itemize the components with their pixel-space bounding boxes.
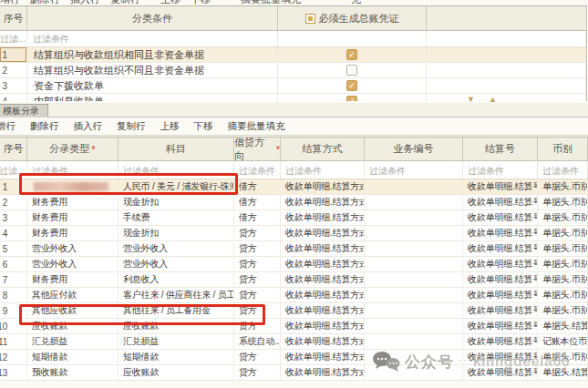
cell-direction[interactable]: 借方	[234, 179, 281, 194]
toolbar-button-insert-row[interactable]: 插入行	[74, 120, 103, 133]
select-all-checkbox-icon[interactable]	[305, 14, 315, 24]
cell-seq[interactable]: 3	[0, 210, 27, 225]
column-header-currency[interactable]: 币别	[538, 138, 588, 160]
cell-currency[interactable]: 单据头.币别	[538, 179, 588, 194]
cell-seq[interactable]: 12	[0, 350, 27, 364]
cell-seq[interactable]: 2	[0, 195, 27, 209]
filter-cell-settlement-method[interactable]: 过滤条件	[281, 161, 365, 179]
cell-seq[interactable]: 3	[0, 78, 27, 93]
filter-cell-must-generate[interactable]	[278, 31, 427, 46]
cell-seq[interactable]: 1	[0, 47, 27, 62]
cell-must-generate[interactable]	[278, 47, 427, 62]
column-header-dc-direction[interactable]: 借贷方向 *	[234, 138, 281, 160]
table-row[interactable]: 2财务费用现金折扣借方收款单明细.结算方式收款单明细.结算号单据头.币别	[0, 195, 588, 210]
table-row[interactable]: 3资金下拨收款单	[0, 78, 586, 94]
cell-seq[interactable]: 4	[0, 226, 27, 240]
cell-settle-method[interactable]: 收款单明细.结算方式	[281, 365, 365, 380]
cell-seq[interactable]: 13	[0, 365, 27, 380]
cell-seq[interactable]: 7	[0, 272, 27, 287]
cell-direction[interactable]: 贷方	[234, 272, 281, 287]
cell-biz-no[interactable]	[365, 257, 463, 271]
cell-settle-no[interactable]: 收款单明细.结算号	[463, 288, 538, 302]
cell-currency[interactable]: 单据头.币别	[538, 288, 588, 302]
cell-biz-no[interactable]	[365, 195, 463, 209]
cell-seq[interactable]: 2	[0, 63, 27, 77]
toolbar-button-add-row[interactable]: 增行	[0, 120, 15, 133]
cell-currency[interactable]: 单据头.币别	[538, 257, 588, 271]
cell-type[interactable]: 短期借款	[27, 350, 119, 364]
filter-cell-business-no[interactable]: 过滤条件	[365, 161, 463, 179]
cell-biz-no[interactable]	[365, 303, 463, 318]
table-row[interactable]: 8其他应付款客户往来 / 供应商往来 / 员工...贷方收款单明细.结算方式收款…	[0, 288, 588, 303]
cell-condition[interactable]: 结算组织与收款组织不同且非资金单据	[27, 63, 278, 77]
cell-account[interactable]: 现金折扣	[119, 195, 234, 209]
cell-settle-method[interactable]: 收款单明细.结算方式	[281, 272, 365, 287]
toolbar-button-delete-row[interactable]: 删除行	[30, 120, 59, 133]
cell-direction[interactable]: 贷方	[234, 288, 281, 302]
cell-account[interactable]: 短期借款	[119, 350, 234, 364]
cell-seq[interactable]: 4	[0, 94, 27, 101]
table-row[interactable]: 4内部利息收款单	[0, 94, 586, 101]
cell-type[interactable]: 预收账款	[27, 365, 119, 380]
cell-seq[interactable]: 11	[0, 334, 27, 349]
cell-currency[interactable]: 单据头.币别	[538, 195, 588, 209]
column-header-seq[interactable]: 序号	[0, 138, 27, 160]
cell-settle-method[interactable]: 收款单明细.结算方式	[281, 319, 365, 333]
cell-direction[interactable]: 贷方	[234, 241, 281, 256]
toolbar-button-batch-fill-summary[interactable]: 摘要批量填充	[228, 120, 285, 133]
scroll-down-icon[interactable]: ▼	[467, 96, 475, 104]
cell-account[interactable]: 汇兑损益	[119, 334, 234, 349]
scroll-up-icon[interactable]: ▲	[489, 96, 497, 104]
cell-biz-no[interactable]	[365, 179, 463, 194]
cell-settle-method[interactable]: 收款单明细.结算方式	[281, 288, 365, 302]
cell-seq[interactable]: 5	[0, 241, 27, 256]
cell-currency[interactable]: 单据头.币别	[538, 241, 588, 256]
column-header-condition[interactable]: 分类条件	[27, 6, 278, 30]
cell-type[interactable]: 财务费用	[27, 210, 119, 225]
checkbox-checked[interactable]	[346, 80, 357, 91]
cell-biz-no[interactable]	[365, 319, 463, 333]
checkbox-unchecked[interactable]	[346, 65, 357, 76]
cell-direction[interactable]: 借方	[234, 195, 281, 209]
cell-settle-method[interactable]: 收款单明细.结算方式	[281, 241, 365, 256]
table-row[interactable]: 4财务费用现金折扣贷方收款单明细.结算方式收款单明细.结算号单据头.币别	[0, 226, 588, 241]
cell-currency[interactable]: 单据头.币别	[538, 210, 588, 225]
cell-type[interactable]: 营业外收入	[27, 257, 119, 271]
column-header-must-generate[interactable]: 必须生成总账凭证	[278, 6, 427, 30]
column-header-business-no[interactable]: 业务编号	[365, 138, 463, 160]
filter-cell-seq[interactable]: 过滤...	[0, 31, 27, 46]
cell-account[interactable]: 营业外收入	[119, 241, 234, 256]
cell-currency[interactable]: 单据头.币别	[538, 303, 588, 318]
cell-seq[interactable]: 8	[0, 288, 27, 302]
cell-biz-no[interactable]	[365, 241, 463, 256]
cell-settle-no[interactable]: 收款单明细.结算号	[463, 179, 538, 194]
cell-biz-no[interactable]	[365, 210, 463, 225]
filter-cell-dc-direction[interactable]: 过滤条件	[234, 161, 281, 179]
cell-condition[interactable]: 资金下拨收款单	[27, 78, 278, 93]
cell-type[interactable]: 其他应付款	[27, 288, 119, 302]
cell-condition[interactable]: 结算组织与收款组织相同且非资金单据	[27, 47, 278, 62]
cell-type[interactable]: 财务费用	[27, 195, 119, 209]
filter-cell-condition[interactable]: 过滤条件	[27, 31, 278, 46]
cell-must-generate[interactable]	[278, 63, 427, 77]
cell-direction[interactable]: 贷方	[234, 257, 281, 271]
cell-settle-method[interactable]: 收款单明细.结算方式	[281, 350, 365, 364]
cell-settle-no[interactable]: 收款单明细.结算号	[463, 303, 538, 318]
cell-settle-method[interactable]: 收款单明细.结算方式	[281, 334, 365, 349]
table-row[interactable]: 11汇兑损益汇兑损益系统自动...收款单明细.结算方式收款单明细.结算号记账本位…	[0, 334, 588, 350]
cell-settle-no[interactable]: 收款单明细.结算号	[463, 319, 538, 333]
cell-type[interactable]: 财务费用	[27, 226, 119, 240]
cell-settle-method[interactable]: 收款单明细.结算方式	[281, 303, 365, 318]
toolbar-button-copy-row[interactable]: 复制行	[117, 120, 146, 133]
cell-biz-no[interactable]	[365, 334, 463, 349]
cell-settle-no[interactable]: 收款单明细.结算号	[463, 210, 538, 225]
cell-must-generate[interactable]	[278, 78, 427, 93]
cell-type[interactable]: 汇兑损益	[27, 334, 119, 349]
cell-biz-no[interactable]	[365, 288, 463, 302]
filter-cell-currency[interactable]: 过滤条件	[538, 161, 588, 179]
table-row[interactable]: 3财务费用手续费借方收款单明细.结算方式收款单明细.结算号单据头.币别	[0, 210, 588, 226]
cell-currency[interactable]: 单据头.币别	[538, 272, 588, 287]
column-header-entry-type[interactable]: 分录类型 *	[27, 138, 119, 160]
cell-direction[interactable]: 贷方	[234, 226, 281, 240]
cell-currency[interactable]: 单据头.币别	[538, 226, 588, 240]
